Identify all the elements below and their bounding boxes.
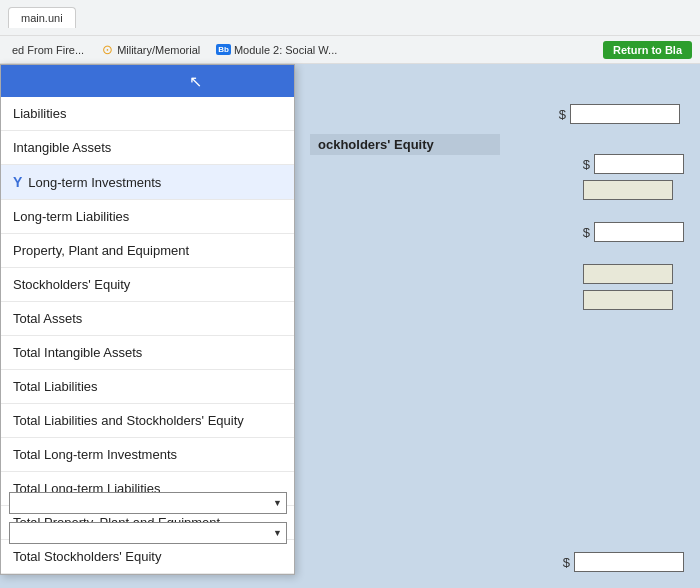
dropdown-item-total-assets[interactable]: Total Assets <box>1 302 294 336</box>
field-row-2 <box>583 180 684 200</box>
cursor-icon: ↖ <box>189 72 202 91</box>
dropdown-item-total-intangible[interactable]: Total Intangible Assets <box>1 336 294 370</box>
dollar-sign-1: $ <box>559 107 566 122</box>
item-label: Total Assets <box>13 311 82 326</box>
bookmark-module[interactable]: Bb Module 2: Social W... <box>212 42 341 58</box>
dropdown-header: ↖ <box>1 65 294 97</box>
bottom-select-1[interactable]: ▼ <box>9 492 287 514</box>
bookmark-fire[interactable]: ed From Fire... <box>8 42 88 58</box>
item-label: Long-term Liabilities <box>13 209 129 224</box>
bb-icon: Bb <box>216 44 231 55</box>
input-field-5[interactable] <box>583 290 673 310</box>
dollar-sign-2: $ <box>583 157 590 172</box>
input-field-1[interactable] <box>594 154 684 174</box>
field-row-4 <box>583 264 684 284</box>
dropdown-item-property-plant[interactable]: Property, Plant and Equipment <box>1 234 294 268</box>
bookmark-military-label: Military/Memorial <box>117 44 200 56</box>
item-label: Stockholders' Equity <box>13 277 130 292</box>
bookmark-module-label: Module 2: Social W... <box>234 44 337 56</box>
dollar-sign-3: $ <box>583 225 590 240</box>
dropdown-item-liabilities[interactable]: Liabilities <box>1 97 294 131</box>
select-arrow-2: ▼ <box>273 528 282 538</box>
dropdown-item-intangible-assets[interactable]: Intangible Assets <box>1 131 294 165</box>
main-content: ↖ Liabilities Intangible Assets Y Long-t… <box>0 64 700 588</box>
browser-bar: main.uni <box>0 0 700 36</box>
dropdown-item-longterm-investments[interactable]: Y Long-term Investments <box>1 165 294 200</box>
item-label: Long-term Investments <box>28 175 161 190</box>
dropdown-item-total-longterm-investments[interactable]: Total Long-term Investments <box>1 438 294 472</box>
dropdown-item-total-liabilities-stockholders[interactable]: Total Liabilities and Stockholders' Equi… <box>1 404 294 438</box>
field-row-3: $ <box>583 222 684 242</box>
section-label-text: ockholders' Equity <box>318 137 434 152</box>
input-field-4[interactable] <box>583 264 673 284</box>
dropdown-item-stockholders-equity[interactable]: Stockholders' Equity <box>1 268 294 302</box>
selected-marker: Y <box>13 174 22 190</box>
bookmark-bar: ed From Fire... ⊙ Military/Memorial Bb M… <box>0 36 700 64</box>
return-button[interactable]: Return to Bla <box>603 41 692 59</box>
section-label: ockholders' Equity <box>310 134 500 155</box>
browser-tab[interactable]: main.uni <box>8 7 76 28</box>
dropdown-panel: ↖ Liabilities Intangible Assets Y Long-t… <box>0 64 295 575</box>
bottom-select-2[interactable]: ▼ <box>9 522 287 544</box>
item-label: Liabilities <box>13 106 66 121</box>
item-label: Total Stockholders' Equity <box>13 549 161 564</box>
dollar-sign-bottom: $ <box>563 555 570 570</box>
top-dollar-field-row: $ <box>559 104 680 124</box>
select-arrow-1: ▼ <box>273 498 282 508</box>
item-label: Total Liabilities <box>13 379 98 394</box>
dropdown-item-total-stockholders-equity[interactable]: Total Stockholders' Equity <box>1 540 294 574</box>
dropdown-item-total-liabilities[interactable]: Total Liabilities <box>1 370 294 404</box>
item-label: Total Intangible Assets <box>13 345 142 360</box>
field-row-1: $ <box>583 154 684 174</box>
item-label: Property, Plant and Equipment <box>13 243 189 258</box>
top-input-field[interactable] <box>570 104 680 124</box>
dropdown-item-longterm-liabilities[interactable]: Long-term Liabilities <box>1 200 294 234</box>
bookmark-military[interactable]: ⊙ Military/Memorial <box>96 41 204 59</box>
field-row-5 <box>583 290 684 310</box>
return-button-label: Return to Bla <box>613 44 682 56</box>
tab-label: main.uni <box>21 12 63 24</box>
item-label: Intangible Assets <box>13 140 111 155</box>
bookmark-fire-label: ed From Fire... <box>12 44 84 56</box>
input-field-2[interactable] <box>583 180 673 200</box>
middle-fields: $ $ <box>583 154 684 310</box>
circle-icon: ⊙ <box>100 43 114 57</box>
input-field-3[interactable] <box>594 222 684 242</box>
item-label: Total Long-term Investments <box>13 447 177 462</box>
bottom-dollar-field-row: $ <box>563 552 684 572</box>
item-label: Total Liabilities and Stockholders' Equi… <box>13 413 244 428</box>
bottom-input-field[interactable] <box>574 552 684 572</box>
